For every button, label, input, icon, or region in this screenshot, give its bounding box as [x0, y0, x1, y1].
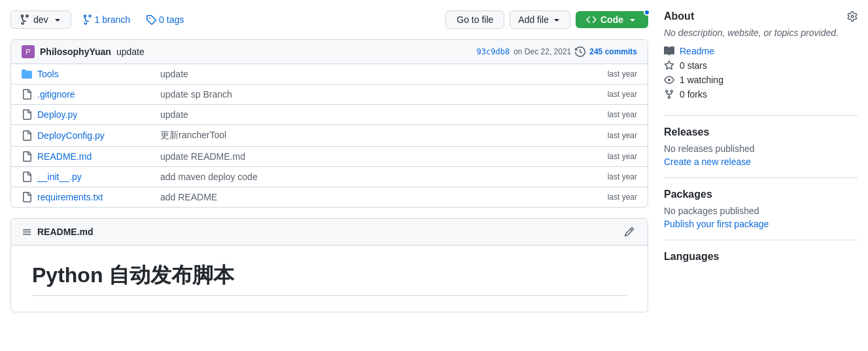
releases-section: Releases No releases published Create a … [664, 126, 858, 167]
code-icon [586, 14, 597, 25]
file-name[interactable]: requirements.txt [37, 192, 155, 202]
file-rows: Tools update last year .gitignore update… [11, 64, 648, 207]
readme-heading: Python 自动发布脚本 [32, 261, 627, 296]
file-icon [22, 109, 32, 120]
file-time: last year [608, 172, 637, 181]
add-file-label: Add file [518, 14, 549, 25]
branch-count-link[interactable]: 1 branch [77, 11, 135, 28]
chevron-down-icon [52, 14, 63, 25]
languages-section: Languages [664, 251, 858, 263]
file-icon [22, 89, 32, 100]
divider-2 [664, 177, 858, 178]
watching-meta-item: 1 watching [664, 75, 858, 85]
about-section: About No description, website, or topics… [664, 10, 858, 100]
goto-file-button[interactable]: Go to file [445, 10, 504, 29]
file-commit-msg: update README.md [160, 151, 602, 162]
readme-meta-item: Readme [664, 46, 858, 56]
pencil-icon [624, 227, 634, 237]
gear-button[interactable] [847, 11, 858, 22]
languages-title: Languages [664, 251, 858, 263]
eye-icon [664, 75, 674, 85]
no-packages: No packages published [664, 206, 858, 216]
file-name[interactable]: .gitignore [37, 89, 155, 100]
commit-meta: 93c9db8 on Dec 22, 2021 245 commits [477, 46, 637, 57]
file-icon [22, 151, 32, 162]
file-commit-msg: update sp Branch [160, 89, 602, 100]
forks-meta-item: 0 forks [664, 89, 858, 100]
commits-label: commits [605, 47, 637, 56]
publish-package-link[interactable]: Publish your first package [664, 219, 769, 229]
file-time: last year [608, 152, 637, 161]
code-btn-dot [644, 9, 650, 16]
branch-name: dev [33, 14, 48, 25]
commit-author: PhilosophyYuan [40, 46, 111, 57]
table-row: __init__.py add maven deploy code last y… [11, 167, 648, 187]
gear-icon [847, 11, 858, 22]
table-row: DeployConfig.py 更新rancherTool last year [11, 125, 648, 147]
file-commit-msg: add README [160, 192, 602, 202]
table-row: Deploy.py update last year [11, 105, 648, 125]
file-commit-msg: 更新rancherTool [160, 130, 602, 141]
releases-title: Releases [664, 126, 858, 138]
tag-icon [146, 14, 156, 25]
divider-1 [664, 115, 858, 116]
table-row: .gitignore update sp Branch last year [11, 84, 648, 105]
readme-section: README.md Python 自动发布脚本 [10, 218, 648, 312]
commit-count[interactable]: 245 commits [589, 47, 637, 56]
branch-count-icon [82, 14, 92, 25]
list-icon [22, 227, 32, 237]
file-name[interactable]: README.md [37, 151, 155, 162]
fork-icon [664, 89, 674, 100]
divider-3 [664, 240, 858, 240]
sidebar: About No description, website, or topics… [664, 10, 858, 312]
readme-title-area: README.md [22, 227, 94, 237]
folder-icon [22, 69, 32, 79]
watching-label: 1 watching [680, 75, 723, 85]
toolbar-right: Go to file Add file Code [445, 10, 648, 29]
about-desc: No description, website, or topics provi… [664, 28, 858, 38]
file-name[interactable]: __init__.py [37, 172, 155, 182]
file-commit-msg: update [160, 109, 602, 120]
branch-count-text: 1 branch [95, 14, 130, 25]
avatar: P [22, 45, 35, 58]
readme-edit-button[interactable] [621, 224, 637, 240]
create-release-link[interactable]: Create a new release [664, 157, 751, 167]
commit-hash[interactable]: 93c9db8 [477, 47, 510, 56]
packages-section: Packages No packages published Publish y… [664, 189, 858, 229]
about-header: About [664, 10, 858, 22]
tags-count-link[interactable]: 0 tags [141, 11, 189, 28]
readme-link[interactable]: Readme [680, 46, 714, 56]
file-name[interactable]: DeployConfig.py [37, 130, 155, 141]
chevron-down-icon-3 [627, 14, 638, 25]
stars-meta-item: 0 stars [664, 60, 858, 71]
commit-message: update [116, 46, 145, 57]
no-releases: No releases published [664, 143, 858, 154]
file-time: last year [608, 193, 637, 202]
table-row: Tools update last year [11, 64, 648, 84]
file-table: P PhilosophyYuan update 93c9db8 on Dec 2… [10, 39, 648, 208]
file-time: last year [608, 110, 637, 119]
tags-count-text: 0 tags [159, 14, 184, 25]
readme-body: Python 自动发布脚本 [11, 246, 648, 312]
commit-date: on Dec 22, 2021 [513, 47, 571, 56]
star-icon [664, 60, 674, 71]
chevron-down-icon-2 [551, 14, 562, 25]
file-icon [22, 172, 32, 182]
file-name[interactable]: Tools [37, 69, 155, 79]
add-file-button[interactable]: Add file [510, 10, 570, 29]
commit-row: P PhilosophyYuan update 93c9db8 on Dec 2… [11, 40, 648, 64]
code-button[interactable]: Code [576, 11, 648, 28]
about-title: About [664, 10, 694, 22]
file-commit-msg: add maven deploy code [160, 172, 602, 182]
branch-selector[interactable]: dev [10, 10, 71, 29]
file-icon [22, 130, 32, 141]
history-icon [575, 46, 585, 57]
file-time: last year [608, 90, 637, 99]
file-time: last year [608, 131, 637, 140]
file-name[interactable]: Deploy.py [37, 109, 155, 120]
branch-icon [19, 14, 29, 25]
book-icon [664, 46, 674, 56]
stars-label: 0 stars [680, 60, 707, 71]
table-row: requirements.txt add README last year [11, 187, 648, 207]
packages-title: Packages [664, 189, 858, 200]
